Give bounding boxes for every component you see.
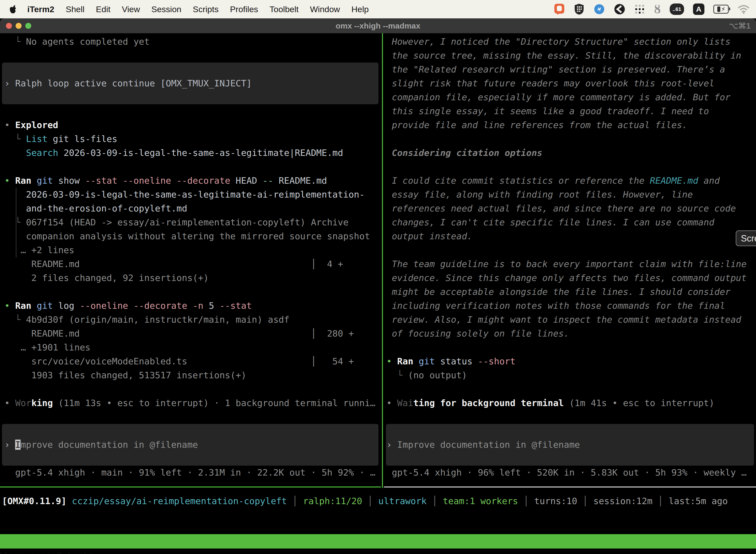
text-segment: Wai (397, 398, 413, 408)
terminal-line (386, 382, 756, 396)
text-segment: └ (386, 370, 408, 380)
text-segment: including verification notes with those … (386, 300, 725, 311)
text-segment: essay file, along with finding root file… (386, 189, 693, 200)
badge-61-icon[interactable]: ..61 (670, 3, 684, 15)
terminal-line (4, 410, 382, 424)
text-segment: 1903 files changed, 513517 insertions(+) (4, 370, 246, 380)
text-segment: and (698, 175, 720, 186)
terminal-line: └ 4b9d30f (origin/main, instructkr/main,… (4, 313, 382, 327)
terminal-line: review. Also, I might want to inspect th… (386, 313, 756, 327)
terminal-line: • Ran git status --short (386, 354, 756, 368)
text-segment: src/voice/voiceModeEnabled.ts │ 54 + (4, 356, 354, 366)
terminal-line: of focusing solely on file lines. (386, 327, 756, 340)
text-segment: the "Related research writing" section i… (386, 64, 725, 74)
terminal-line: including verification notes with those … (386, 299, 756, 313)
text-segment: references need actual files, and since … (386, 203, 736, 214)
menu-item-session[interactable]: Session (151, 4, 181, 14)
menu-item-view[interactable]: View (122, 4, 140, 14)
chat-app-icon[interactable] (554, 3, 565, 15)
dots-grid-icon[interactable] (634, 4, 645, 15)
text-segment: └ (15, 134, 26, 144)
terminal-line (4, 382, 382, 396)
iterm-window: omx --xhigh --madmax ⌥⌘1 └ No agents com… (0, 18, 756, 554)
text-segment (66, 496, 72, 506)
squiggle-icon[interactable]: ȣ (654, 3, 661, 16)
text-segment: 2026-03-09-is-legal-the-same-as-legitima… (58, 148, 343, 158)
menu-app-name[interactable]: iTerm2 (27, 4, 54, 14)
text-segment: -- (262, 175, 278, 186)
tmux-session-label[interactable]: [omx-cczip0:bash* (3, 549, 94, 554)
battery-icon[interactable]: ⚡ (713, 5, 729, 14)
right-pane: However, I noticed the "Directory Struct… (384, 33, 756, 504)
terminal-line (386, 132, 756, 146)
text-segment: › (4, 440, 15, 450)
text-segment: (1m 41s • esc to interrupt) (564, 398, 714, 408)
notch-circle-icon[interactable] (614, 3, 625, 15)
shield-grid-icon[interactable] (574, 3, 585, 15)
text-segment: companion analysis without altering the … (4, 231, 370, 241)
wifi-icon[interactable] (738, 4, 750, 14)
terminal-line (4, 63, 382, 76)
left-pane-border (0, 487, 381, 488)
terminal-line: • Waiting for background terminal (1m 41… (386, 396, 756, 410)
text-segment: turns:10 (534, 496, 577, 506)
terminal-line (386, 410, 756, 424)
terminal-line: … +1901 lines (4, 340, 382, 354)
keyboard-a-icon[interactable]: A (693, 3, 704, 15)
terminal-line: The team guideline is to back every impo… (386, 257, 756, 271)
pane-divider[interactable] (382, 33, 383, 488)
menu-item-toolbelt[interactable]: Toolbelt (270, 4, 299, 14)
text-segment: ting for background terminal (413, 398, 564, 408)
text-segment: --decorate (133, 300, 192, 311)
terminal-line: • Working (11m 13s • esc to interrupt) ·… (4, 396, 382, 410)
menu-item-shell[interactable]: Shell (66, 4, 84, 14)
terminal-line: • Ran git log --oneline --decorate -n 5 … (4, 299, 382, 313)
text-segment: changes, I can't cite specific file line… (386, 217, 714, 227)
terminal-line: slight risk that future readers may over… (386, 76, 756, 90)
text-segment: I could cite commit statistics or refere… (386, 175, 650, 186)
text-segment: -n (193, 300, 209, 311)
menu-item-window[interactable]: Window (310, 4, 340, 14)
text-segment: --oneline (123, 175, 177, 186)
text-segment (4, 134, 15, 144)
text-segment: git (37, 175, 58, 186)
text-segment: git ls-files (47, 134, 117, 144)
menu-item-help[interactable]: Help (352, 4, 369, 14)
text-segment: slight risk that future readers may over… (386, 78, 714, 88)
text-segment: • (386, 356, 397, 366)
terminal-line: changes, I can't cite specific file line… (386, 215, 756, 229)
menu-item-profiles[interactable]: Profiles (230, 4, 258, 14)
apple-menu-icon[interactable] (9, 4, 17, 14)
menu-item-scripts[interactable]: Scripts (193, 4, 218, 14)
text-segment (4, 37, 15, 47)
title-bar: omx --xhigh --madmax ⌥⌘1 (0, 18, 756, 33)
text-segment: git (419, 356, 440, 366)
text-segment: and-the-erosion-of-copyleft.md (4, 203, 187, 214)
text-segment: team:1 workers (443, 496, 518, 506)
text-segment: Wor (15, 398, 31, 408)
terminal-line (386, 340, 756, 354)
terminal-line: might be acceptable alongside the file l… (386, 285, 756, 299)
text-segment: of focusing solely on file lines. (386, 328, 569, 339)
text-segment: companion file, especially if more comme… (386, 92, 731, 102)
text-segment: HEAD (236, 175, 262, 186)
terminal-line: this single essay, it seems like a good … (386, 104, 756, 118)
text-segment: └ (4, 315, 26, 325)
terminal-line: 2026-03-09-is-legal-the-same-as-legitima… (4, 188, 382, 202)
text-segment: might be acceptable alongside the file l… (386, 287, 731, 297)
text-segment: Ran (15, 175, 37, 186)
text-segment: last:5m ago (669, 496, 728, 506)
text-segment: (11m 13s • esc to interrupt) · 1 backgro… (53, 398, 375, 408)
terminal-line: output instead. (386, 229, 756, 243)
screen-tooltip: Scre (736, 230, 756, 246)
verified-bolt-icon[interactable] (593, 3, 605, 15)
text-segment: gpt-5.4 xhigh · 96% left · 520K in · 5.8… (386, 467, 747, 478)
terminal-line (386, 424, 756, 438)
text-segment: • (4, 398, 15, 408)
text-segment: git (37, 300, 58, 311)
terminal-line: └ 067f154 (HEAD -> essay/ai-reimplementa… (4, 215, 382, 229)
text-segment: Explored (15, 120, 58, 130)
text-segment: --decorate (177, 175, 236, 186)
terminal-line (4, 424, 382, 438)
menu-item-edit[interactable]: Edit (96, 4, 111, 14)
